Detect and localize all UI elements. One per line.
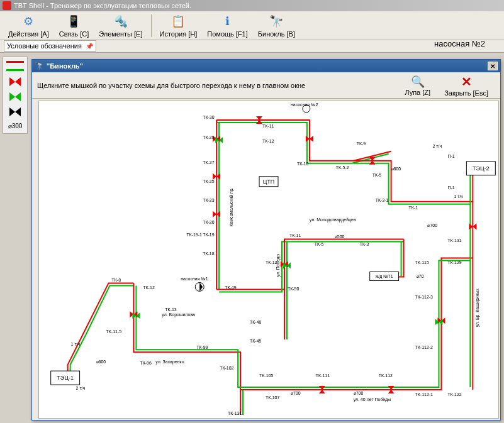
svg-text:ТК-107: ТК-107 bbox=[266, 395, 279, 400]
legend-diameter: ⌀300 bbox=[8, 123, 23, 129]
svg-text:ТК-5-2: ТК-5-2 bbox=[336, 165, 349, 170]
svg-text:ТК-29: ТК-29 bbox=[203, 135, 215, 140]
svg-text:ТК-49: ТК-49 bbox=[225, 285, 237, 290]
svg-text:ул. Победы: ул. Победы bbox=[276, 254, 281, 277]
tec2-label: ТЭЦ-2 bbox=[473, 165, 490, 172]
svg-text:ул. Молодогвардейцев: ул. Молодогвардейцев bbox=[310, 217, 356, 222]
legend-toggle[interactable]: Условные обозначения 📌 bbox=[4, 40, 96, 52]
svg-text:ТК-11: ТК-11 bbox=[262, 124, 274, 128]
svg-text:ТК-19: ТК-19 bbox=[203, 233, 215, 237]
svg-text:ТК-131: ТК-131 bbox=[447, 238, 461, 243]
svg-text:ТК-105: ТК-105 bbox=[259, 373, 273, 378]
svg-text:ТК-23: ТК-23 bbox=[203, 198, 215, 202]
app-titlebar: TBT Shell - Тренажер по эксплуатации теп… bbox=[0, 0, 504, 11]
binocle-toolbar: Щелкните мышкой по участку схемы для быс… bbox=[32, 72, 500, 99]
svg-text:ТК-20: ТК-20 bbox=[203, 220, 215, 224]
svg-text:ТК-5: ТК-5 bbox=[372, 173, 382, 177]
legend-valve-red-icon bbox=[9, 77, 21, 86]
svg-text:⌀700: ⌀700 bbox=[354, 391, 364, 395]
history-label: История [H] bbox=[160, 30, 198, 38]
connection-button[interactable]: 📱 Связь [C] bbox=[55, 12, 94, 40]
zoom-button[interactable]: 🔍 Лупа [Z] bbox=[398, 73, 437, 98]
svg-text:ТК-12: ТК-12 bbox=[262, 139, 274, 143]
svg-text:2 т/ч: 2 т/ч bbox=[76, 386, 86, 390]
svg-text:ТК-3-1: ТК-3-1 bbox=[376, 198, 389, 202]
svg-text:⌀500: ⌀500 bbox=[335, 234, 345, 239]
history-button[interactable]: 📋 История [H] bbox=[155, 12, 202, 40]
ctp-label: ЦТП bbox=[263, 179, 275, 185]
binoculars-icon: 🔭 bbox=[35, 62, 44, 70]
svg-text:ТК-27: ТК-27 bbox=[203, 160, 215, 165]
main-toolbar: ⚙ Действия [A] 📱 Связь [C] 🔩 Элементы [E… bbox=[0, 11, 504, 40]
legend-panel: ⌀300 bbox=[3, 57, 28, 134]
actions-label: Действия [A] bbox=[8, 30, 49, 38]
binocle-window: 🔭 "Бинокль" ✕ Щелкните мышкой по участку… bbox=[31, 59, 501, 420]
binoculars-label: Бинокль [B] bbox=[258, 30, 295, 38]
magnifier-icon: 🔍 bbox=[411, 75, 425, 89]
svg-text:ТК-8: ТК-8 bbox=[111, 278, 121, 282]
binocle-hint: Щелкните мышкой по участку схемы для быс… bbox=[37, 82, 398, 89]
svg-text:ТК-13: ТК-13 bbox=[165, 307, 177, 312]
svg-text:ТК-112: ТК-112 bbox=[379, 373, 393, 378]
svg-text:ТК-48: ТК-48 bbox=[250, 320, 262, 324]
svg-text:ТК-131: ТК-131 bbox=[228, 411, 242, 415]
binocle-titlebar[interactable]: 🔭 "Бинокль" ✕ bbox=[32, 60, 500, 72]
elements-button[interactable]: 🔩 Элементы [E] bbox=[94, 12, 147, 40]
tec1-label: ТЭЦ-1 bbox=[57, 375, 74, 381]
svg-text:⌀700: ⌀700 bbox=[427, 223, 437, 228]
phone-icon: 📱 bbox=[66, 14, 81, 29]
app-title: TBT Shell - Тренажер по эксплуатации теп… bbox=[14, 2, 191, 9]
close-x-icon: ✕ bbox=[461, 74, 472, 89]
schema-canvas[interactable]: ТЭЦ-1 ТЭЦ-2 ЦТП ж/д №71 насосная №1 насо… bbox=[38, 101, 499, 419]
svg-text:ТК-25: ТК-25 bbox=[203, 179, 215, 184]
history-icon: 📋 bbox=[171, 14, 186, 29]
binoculars-icon: 🔭 bbox=[269, 14, 284, 29]
zoom-label: Лупа [Z] bbox=[405, 89, 430, 96]
legend-valve-black-icon bbox=[9, 107, 21, 116]
svg-text:ТК-45: ТК-45 bbox=[250, 339, 262, 343]
binoculars-button[interactable]: 🔭 Бинокль [B] bbox=[254, 12, 300, 40]
close-label: Закрыть [Esc] bbox=[444, 89, 488, 97]
puzzle-icon: 🔩 bbox=[113, 14, 128, 29]
svg-text:Комсомольский пр.: Комсомольский пр. bbox=[229, 187, 234, 226]
svg-text:⌀700: ⌀700 bbox=[291, 391, 301, 395]
svg-text:ТК-1: ТК-1 bbox=[409, 206, 418, 210]
actions-button[interactable]: ⚙ Действия [A] bbox=[4, 12, 53, 40]
svg-text:ТК-99: ТК-99 bbox=[196, 345, 208, 349]
svg-text:ТК-112-1: ТК-112-1 bbox=[415, 392, 434, 397]
svg-text:1 т/ч: 1 т/ч bbox=[71, 342, 81, 346]
svg-text:ТК-9: ТК-9 bbox=[357, 141, 366, 146]
chrome-bar: Условные обозначения 📌 насосная №2 bbox=[0, 40, 504, 53]
svg-text:ТК-112-2: ТК-112-2 bbox=[415, 345, 434, 349]
svg-text:ул. 40 лет Победы: ул. 40 лет Победы bbox=[354, 397, 391, 402]
svg-text:ТК-122: ТК-122 bbox=[447, 392, 461, 397]
svg-text:ТК-112-3: ТК-112-3 bbox=[415, 295, 434, 299]
pump1-label: насосная №1 bbox=[181, 277, 208, 281]
zhd71-label: ж/д №71 bbox=[376, 274, 393, 279]
close-icon[interactable]: ✕ bbox=[488, 62, 498, 70]
svg-text:ТК-129: ТК-129 bbox=[447, 260, 461, 265]
svg-text:ТК-5: ТК-5 bbox=[315, 242, 324, 246]
svg-text:ул. Ворошилова: ул. Ворошилова bbox=[162, 312, 195, 317]
svg-text:⌀70: ⌀70 bbox=[417, 274, 424, 278]
elements-label: Элементы [E] bbox=[99, 30, 142, 38]
legend-toggle-label: Условные обозначения bbox=[7, 42, 82, 50]
pump2-label: насосная №2 bbox=[434, 39, 485, 48]
svg-text:ТК-30: ТК-30 bbox=[203, 115, 215, 119]
svg-text:ТК-102: ТК-102 bbox=[220, 366, 233, 370]
legend-supply-line bbox=[6, 61, 24, 63]
svg-text:ул. Захаренко: ул. Захаренко bbox=[155, 360, 184, 365]
svg-text:ТК-111: ТК-111 bbox=[316, 373, 330, 378]
help-label: Помощь [F1] bbox=[207, 30, 248, 38]
svg-text:ТК-96: ТК-96 bbox=[140, 361, 152, 365]
toolbar-separator bbox=[151, 14, 152, 37]
info-icon: ℹ bbox=[220, 14, 235, 29]
svg-text:ТК-11: ТК-11 bbox=[289, 233, 301, 238]
close-button[interactable]: ✕ Закрыть [Esc] bbox=[437, 72, 495, 99]
svg-text:2 т/ч: 2 т/ч bbox=[432, 144, 442, 148]
svg-text:ТК-11-5: ТК-11-5 bbox=[106, 329, 122, 334]
binocle-title-text: "Бинокль" bbox=[47, 62, 83, 70]
help-button[interactable]: ℹ Помощь [F1] bbox=[203, 12, 252, 40]
pin-icon: 📌 bbox=[86, 43, 93, 50]
pump2-label: насосная №2 bbox=[291, 102, 318, 107]
